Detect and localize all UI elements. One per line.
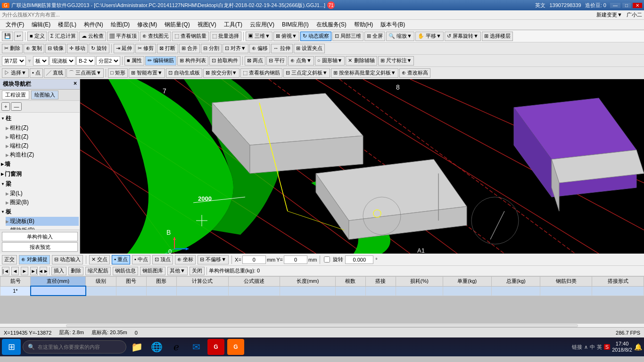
btn-check-height[interactable]: ⊕ 查改标高 [399,68,430,78]
taskbar-icon-mail[interactable]: ✉ [188,339,205,355]
tree-item-luoxuanban[interactable]: ↩螺旋板(B) [6,226,79,230]
taskbar-icon-explorer[interactable]: 📁 [128,339,145,355]
btn-split[interactable]: ⊟ 分割 [201,44,222,53]
btn-3pt-slope[interactable]: ⊟ 三点定义斜板▼ [283,68,330,78]
cell-fig-num[interactable] [116,286,146,296]
btn-expand[interactable]: + [1,102,10,111]
btn-save[interactable]: 💾 [2,32,13,41]
btn-rebar-library[interactable]: 钢筋图库 [140,267,165,275]
btn-delete-aux[interactable]: ✕ 删除辅轴 [346,56,377,66]
btn-copy[interactable]: ⊕ 复制 [24,44,44,53]
cell-length[interactable] [280,286,335,296]
btn-point-draw[interactable]: • 点 [30,68,43,78]
menu-version[interactable]: 版本号(B) [377,20,409,30]
btn-delete-rebar[interactable]: 删除 [68,267,83,275]
cell-count[interactable] [335,286,365,296]
btn-close-rebar[interactable]: 关闭 [190,267,205,275]
btn-other[interactable]: 其他▼ [167,267,188,275]
maximize-button[interactable]: □ [622,3,631,8]
btn-line[interactable]: ╱ 直线 [44,68,66,78]
btn-arc[interactable]: ⌒ 三点画弧▼ [66,68,104,78]
tree-item-quanliang[interactable]: ▶圈梁(B) [6,198,79,207]
menu-draw[interactable]: 绘图(D) [107,20,134,30]
horizontal-scrollbar[interactable] [0,323,644,327]
btn-cloud-check[interactable]: ☁ 云检查 [79,32,106,41]
cell-desc[interactable] [228,286,280,296]
btn-circle-axis[interactable]: ○ 圆形轴▼ [315,56,345,66]
btn-break[interactable]: ⊠ 打断 [157,44,178,53]
scrollbar-thumb[interactable] [66,324,578,327]
cell-unit-wt[interactable] [443,286,491,296]
btn-mirror[interactable]: ⊟ 镜像 [45,44,66,53]
btn-vertex[interactable]: ⊡ 顶点 [152,255,173,264]
start-button[interactable]: ⊞ [2,339,21,355]
btn-no-offset[interactable]: ⊟ 不偏移▼ [198,255,229,264]
tree-node-zhu[interactable]: ▼ 柱 [1,114,79,123]
btn-properties[interactable]: ■ 属性 [124,56,144,66]
component-type-select[interactable]: 板 [33,56,49,66]
btn-define[interactable]: ■ 定义 [27,32,47,41]
btn-ortho[interactable]: 正交 [2,255,17,264]
btn-nav-last[interactable]: ►| [30,267,38,275]
menu-view[interactable]: 视图(V) [194,20,220,30]
section-drawing[interactable]: 绘图输入 [31,90,58,99]
btn-component-list[interactable]: ⊞ 构件列表 [177,56,208,66]
btn-midpoint[interactable]: • 重点 [112,255,130,264]
tree-node-qiang[interactable]: ▶ 墙 [1,159,79,169]
cell-total-wt[interactable] [492,286,540,296]
window-controls[interactable]: — □ ✕ [610,3,642,8]
btn-batch-slope[interactable]: ⊞ 按坐标高批量定义斜板▼ [331,68,398,78]
btn-report[interactable]: 报表预览 [2,242,78,252]
btn-smart-place[interactable]: ⊞ 智能布置▼ [129,68,165,78]
btn-parallel[interactable]: ⊟ 平行 [266,56,287,66]
floor-select[interactable]: 第7层 [2,56,26,66]
btn-set-grip[interactable]: ⊞ 设置夹点 [294,44,325,53]
btn-calc[interactable]: Σ 汇总计算 [48,32,78,41]
btn-3d[interactable]: ▣ 三维▼ [246,32,272,41]
tree-item-kuangzhu[interactable]: ▶框柱(Z) [6,123,79,132]
btn-nav-next[interactable]: ► [21,267,28,275]
btn-edit-rebar[interactable]: ✏ 编辑钢筋 [145,56,176,66]
cell-diameter[interactable] [31,286,86,296]
cell-grade[interactable] [86,286,116,296]
taskbar-icon-glodon[interactable]: G [207,339,224,355]
cell-formula[interactable] [176,286,228,296]
menu-cloud[interactable]: 云应用(V) [246,20,278,30]
tree-item-xianjiaaoban[interactable]: ▶现浇板(B) [6,217,79,226]
pour-type-select[interactable]: 现浇板 [50,56,75,66]
section-engineering[interactable]: 工程设置 [2,90,29,99]
btn-screen-rotate[interactable]: ↺ 屏幕旋转▼ [445,32,481,41]
tree-item-liang[interactable]: ▶梁(L) [6,189,79,198]
btn-offset[interactable]: ⊕ 偏移 [249,44,270,53]
rotate-checkbox[interactable] [324,256,330,263]
cell-lap-type[interactable] [592,286,644,296]
btn-pan[interactable]: ✋ 平移▼ [415,32,444,41]
menu-online[interactable]: 在线服务(S) [313,20,350,30]
btn-scale-rebar[interactable]: 缩尺配筋 [85,267,111,275]
btn-intersection[interactable]: ✕ 交点 [89,255,110,264]
tree-node-liang[interactable]: ▼ 梁 [1,179,79,189]
btn-find[interactable]: ⊕ 查找图元 [140,32,171,41]
notif-why[interactable]: 为什么筏板XY方向布置... [2,11,60,18]
tray-notification[interactable]: 🔔 [634,343,642,351]
btn-view-board-rebar[interactable]: ⬚ 查看板内钢筋 [240,68,282,78]
tree-item-gouzaozhu[interactable]: ▶构造柱(Z) [6,150,79,159]
btn-delete[interactable]: ✂ 删除 [2,44,23,53]
search-bar[interactable]: 🔍 在这里输入你要搜索的内容 [23,340,126,354]
cell-lap[interactable] [365,286,396,296]
panel-controls[interactable]: × [74,80,77,88]
component-code-select[interactable]: B-2 [76,56,95,66]
btn-align-top[interactable]: ▦ 平齐板顶 [107,32,139,41]
btn-by-intersect[interactable]: ⊠ 按交分割▼ [203,68,239,78]
menu-bim[interactable]: BIM应用(I) [278,20,313,30]
btn-pick-component[interactable]: ⊡ 拾取构件 [209,56,240,66]
btn-rect[interactable]: □ 矩形 [108,68,128,78]
btn-rotate[interactable]: ↻ 旋转 [89,44,109,53]
taskbar-icon-ggj[interactable]: G [227,339,244,355]
taskbar-icon-edge[interactable]: 🌐 [148,339,165,355]
menu-modify[interactable]: 修改(M) [133,20,161,30]
cell-category[interactable] [540,286,592,296]
btn-coord[interactable]: ⊕ 坐标 [175,255,196,264]
close-button[interactable]: ✕ [633,3,642,8]
btn-trim[interactable]: ✂ 修剪 [135,44,156,53]
